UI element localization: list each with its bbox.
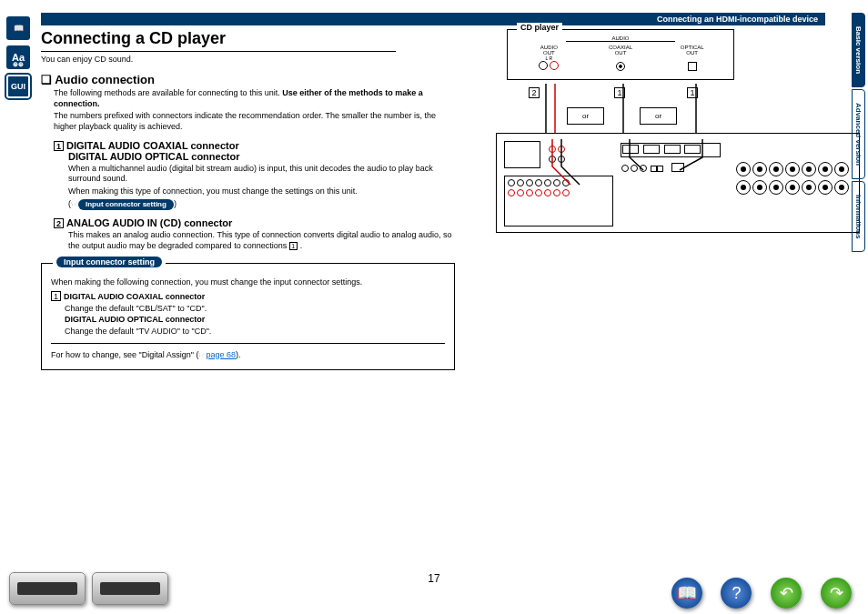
- conn2-desc: This makes an analog audio connection. T…: [68, 230, 459, 251]
- connector-2-heading: 2ANALOG AUDIO IN (CD) connector: [54, 217, 459, 228]
- left-icon-bar: 📖 Aa⊛⊛ GUI: [6, 16, 32, 104]
- conn1-note: When making this type of connection, you…: [68, 186, 459, 197]
- device-front-button[interactable]: [9, 572, 86, 605]
- input-connector-badge[interactable]: Input connector setting: [78, 199, 174, 210]
- contents-button[interactable]: 📖: [671, 578, 702, 609]
- settings-item-1: 1DIGITAL AUDIO COAXIAL connector Change …: [51, 291, 445, 337]
- num-1-box: 1: [54, 141, 64, 151]
- num-2-box: 2: [54, 218, 64, 228]
- input-connector-settings-box: Input connector setting When making the …: [41, 263, 455, 371]
- audio-out-port: AUDIO OUT L R: [526, 45, 571, 72]
- right-tab-bar: Basic version Advanced version Informati…: [852, 13, 868, 254]
- back-button[interactable]: ↶: [771, 578, 802, 609]
- page-number: 17: [428, 572, 439, 585]
- speaker-terminals: [735, 161, 850, 197]
- tab-informations[interactable]: Informations: [852, 181, 865, 252]
- conn1-desc: When a multichannel audio (digital bit s…: [68, 164, 459, 185]
- cd-player-box: CD player AUDIO AUDIO OUT L R COAXIAL OU…: [507, 29, 734, 80]
- device-rear-button[interactable]: [92, 572, 168, 605]
- method-desc: The following methods are available for …: [54, 88, 459, 109]
- connector-1-heading: 1DIGITAL AUDIO COAXIAL connector DIGITAL…: [54, 140, 459, 162]
- glossary-icon[interactable]: Aa⊛⊛: [6, 45, 30, 69]
- audio-connection-heading: ❏ Audio connection: [41, 73, 459, 86]
- book-icon[interactable]: 📖: [6, 16, 30, 40]
- breadcrumb: Connecting an HDMI-incompatible device: [41, 13, 825, 25]
- settings-footer: For how to change, see "Digital Assign" …: [51, 349, 445, 361]
- tab-advanced[interactable]: Advanced version: [852, 89, 865, 179]
- receiver-rear-panel: [496, 133, 860, 233]
- forward-button[interactable]: ↷: [821, 578, 852, 609]
- intro-text: You can enjoy CD sound.: [41, 55, 459, 64]
- bottom-nav-bar: 17 📖 ? ↶ ↷: [9, 572, 859, 609]
- tab-basic[interactable]: Basic version: [852, 13, 865, 87]
- conn1-badge-line: (☞Input connector setting): [68, 199, 459, 210]
- settings-title-badge: Input connector setting: [56, 257, 162, 267]
- page-68-link[interactable]: page 68: [206, 350, 236, 359]
- settings-intro: When making the following connection, yo…: [51, 277, 445, 288]
- order-desc: The numbers prefixed with connectors ind…: [54, 111, 459, 132]
- gui-icon[interactable]: GUI: [6, 75, 30, 98]
- connection-diagram: CD player AUDIO AUDIO OUT L R COAXIAL OU…: [496, 29, 860, 233]
- help-button[interactable]: ?: [721, 578, 752, 609]
- optical-out-port: OPTICAL OUT: [670, 45, 715, 72]
- page-title: Connecting a CD player: [41, 29, 396, 52]
- coaxial-out-port: COAXIAL OUT: [598, 45, 643, 72]
